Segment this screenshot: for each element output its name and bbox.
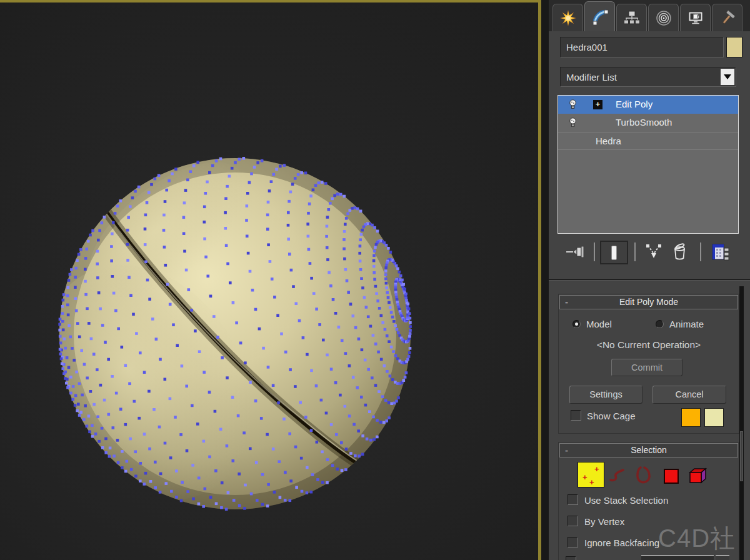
by-vertex-label: By Vertex <box>584 516 624 527</box>
animate-radio-label: Animate <box>669 319 704 329</box>
animate-radio[interactable] <box>656 320 664 328</box>
toolbar-divider <box>634 242 636 261</box>
vertex-dot-glyph: + <box>594 466 599 472</box>
command-panel: Hedra001 Modifier List + Edit Poly <box>549 0 750 560</box>
modifier-on-bulb-icon[interactable] <box>569 118 577 128</box>
border-icon <box>634 464 653 486</box>
object-name-field[interactable]: Hedra001 <box>560 37 724 58</box>
tab-motion[interactable] <box>648 4 679 31</box>
modifier-on-bulb-icon[interactable] <box>569 99 577 109</box>
remove-modifier-button[interactable] <box>668 241 690 262</box>
stack-item-label: Hedra <box>596 136 621 146</box>
ignore-backfacing-checkbox[interactable] <box>568 537 578 548</box>
subobject-border-button[interactable] <box>634 464 653 486</box>
create-icon <box>559 9 577 27</box>
subobject-polygon-button[interactable] <box>664 469 679 484</box>
expand-modifier-button[interactable]: + <box>593 100 602 109</box>
settings-button[interactable]: Settings <box>569 386 642 404</box>
viewport-panel-gap <box>541 0 549 560</box>
application-window: Hedra001 Modifier List + Edit Poly <box>0 0 750 560</box>
stack-row-turbosmooth[interactable]: TurboSmooth <box>558 114 738 132</box>
utilities-icon <box>719 9 736 27</box>
tab-utilities[interactable] <box>712 4 742 31</box>
modifier-list-dropdown[interactable]: Modifier List <box>560 67 736 87</box>
partial-spinner-field[interactable] <box>641 555 714 560</box>
stack-row-hedra[interactable]: Hedra <box>558 132 738 150</box>
pin-stack-icon <box>565 243 586 261</box>
configure-modifier-sets-button[interactable] <box>708 241 734 264</box>
turbosmoothed-sphere-object <box>0 2 538 560</box>
stack-item-label: TurboSmooth <box>616 117 672 128</box>
collapse-icon: - <box>565 296 568 309</box>
hierarchy-icon <box>623 9 641 27</box>
use-stack-selection-label: Use Stack Selection <box>584 495 668 506</box>
model-radio-label: Model <box>586 319 612 329</box>
stack-row-edit-poly[interactable]: + Edit Poly <box>558 96 738 114</box>
rollout-header-selection[interactable]: - Selection <box>559 443 738 458</box>
edge-icon <box>608 464 628 486</box>
use-stack-selection-checkbox[interactable] <box>568 494 578 505</box>
modifier-stack-list: + Edit Poly TurboSmooth Hedra <box>558 95 739 234</box>
show-end-result-icon <box>611 246 617 260</box>
object-color-swatch[interactable] <box>726 37 742 58</box>
make-unique-icon <box>644 242 664 261</box>
stack-item-label: Edit Poly <box>616 99 652 109</box>
cage-color-swatch-1[interactable] <box>681 408 701 427</box>
subobject-edge-button[interactable] <box>608 464 628 486</box>
make-unique-button[interactable] <box>641 241 666 262</box>
motion-icon <box>655 9 672 27</box>
viewport-3d[interactable] <box>0 0 541 560</box>
panel-scrollbar-thumb[interactable] <box>740 431 743 481</box>
element-icon <box>686 465 709 486</box>
rollout-title: Edit Poly Mode <box>619 297 678 307</box>
show-cage-label: Show Cage <box>587 411 636 421</box>
tab-modify[interactable] <box>584 1 615 31</box>
partial-checkbox[interactable] <box>566 556 576 560</box>
partial-spinner-buttons[interactable] <box>716 555 729 560</box>
panel-separator <box>549 279 750 281</box>
show-end-result-button[interactable] <box>600 241 628 264</box>
tab-display[interactable] <box>680 4 711 31</box>
model-radio[interactable] <box>572 320 581 328</box>
cage-color-swatch-2[interactable] <box>704 408 724 427</box>
modify-icon <box>591 8 609 26</box>
tab-hierarchy[interactable] <box>616 4 647 31</box>
vertex-dot-glyph: + <box>582 474 588 481</box>
command-panel-tabs <box>549 0 750 31</box>
display-icon <box>687 9 704 27</box>
commit-button[interactable]: Commit <box>611 359 682 376</box>
rollout-title: Selection <box>631 445 667 455</box>
rollout-header-edit-poly-mode[interactable]: - Edit Poly Mode <box>559 295 738 309</box>
by-vertex-checkbox[interactable] <box>568 516 578 526</box>
panel-scrollbar[interactable] <box>739 286 744 560</box>
ignore-backfacing-label: Ignore Backfacing <box>584 538 659 548</box>
dropdown-arrow-button[interactable] <box>721 69 734 85</box>
cancel-button[interactable]: Cancel <box>652 386 726 404</box>
subobject-vertex-button[interactable]: + + + <box>578 462 604 488</box>
chevron-down-icon <box>724 74 731 79</box>
show-cage-checkbox[interactable] <box>571 410 581 421</box>
vertex-dot-glyph: + <box>589 479 594 486</box>
toolbar-divider <box>594 242 595 261</box>
toolbar-divider <box>700 242 701 261</box>
trash-icon <box>669 242 688 262</box>
current-operation-text: <No Current Operation> <box>558 339 739 351</box>
configure-modifier-sets-icon <box>709 242 732 262</box>
object-name-text: Hedra001 <box>566 42 608 52</box>
pin-stack-button[interactable] <box>564 241 588 262</box>
tab-create[interactable] <box>552 4 583 31</box>
subobject-element-button[interactable] <box>686 465 709 486</box>
collapse-icon: - <box>565 444 568 457</box>
modifier-list-label: Modifier List <box>566 72 617 82</box>
